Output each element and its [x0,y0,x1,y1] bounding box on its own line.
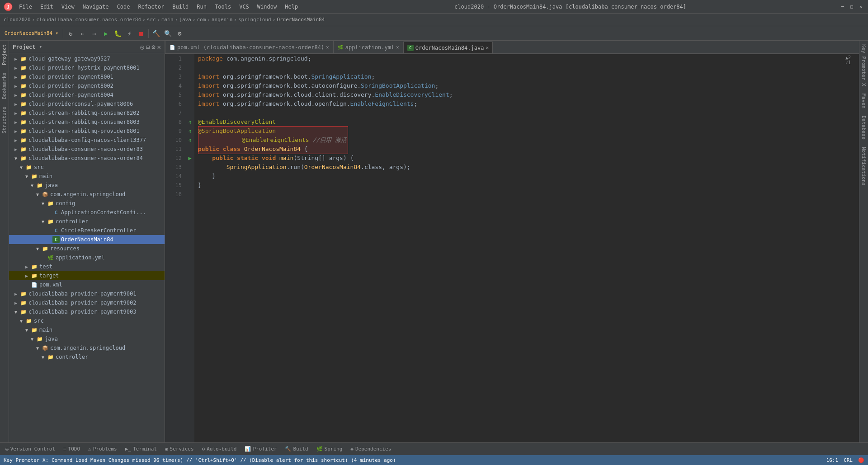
tree-item-payment9001[interactable]: ▶ 📁 cloudalibaba-provider-payment9001 [9,289,165,298]
toolbar-sync[interactable]: ↻ [65,28,76,39]
toolbar-run[interactable]: ▶ [100,28,111,39]
right-tab-notifications[interactable]: Notifications [859,143,868,189]
menu-view[interactable]: View [58,3,78,11]
tree-item-rabbitmq8801[interactable]: ▶ 📁 cloud-stream-rabbitmq-provider8801 [9,127,165,136]
tab-close-pom[interactable]: ✕ [326,44,329,50]
tree-item-payment8004[interactable]: ▶ 📁 cloud-provider-payment8004 [9,90,165,99]
tree-item-resources84[interactable]: ▼ 📁 resources [9,244,165,253]
minimize-button[interactable]: ─ [839,3,846,10]
tree-item-cloud-gateway[interactable]: ▶ 📁 cloud-gateway-gateway9527 [9,54,165,63]
bottom-tab-services[interactable]: ◉ Services [161,445,198,453]
bottom-tab-terminal[interactable]: ▶_ Terminal [122,445,160,453]
tab-close-appyml[interactable]: ✕ [396,44,399,50]
toolbar-back[interactable]: ← [77,28,88,39]
tab-appyml[interactable]: 🌿 application.yml ✕ [333,41,403,53]
breadcrumb-src[interactable]: src [147,17,156,23]
breadcrumb-classname[interactable]: OrderNacosMain84 [277,17,325,23]
bottom-tab-version-control[interactable]: ◎ Version Control [2,445,59,453]
menu-navigate[interactable]: Navigate [79,3,113,11]
gutter-run-9[interactable]: ↯ [189,129,191,134]
panel-icon-close[interactable]: ✕ [157,43,161,51]
tree-item-nacos3377[interactable]: ▶ 📁 cloudalibaba-config-nacos-client3377 [9,136,165,145]
tree-item-order83[interactable]: ▶ 📁 cloudalibaba-consumer-nacos-order83 [9,145,165,154]
breadcrumb-java[interactable]: java [179,17,191,23]
right-tab-keypromoter[interactable]: Key Promoter X [859,41,868,90]
tree-item-java84[interactable]: ▼ 📁 java [9,181,165,190]
gutter-run-12[interactable]: ▶ [188,155,191,161]
toolbar-settings[interactable]: ⚙ [174,28,185,39]
status-encoding[interactable]: CRL [844,457,853,463]
left-tab-structure[interactable]: Structure [0,103,9,137]
bottom-tab-spring[interactable]: 🌿 Spring [313,445,346,453]
breadcrumb-angenin[interactable]: angenin [212,17,232,23]
tree-item-rabbitmq8803[interactable]: ▶ 📁 cloud-stream-rabbitmq-consumer8803 [9,117,165,127]
menu-refactor[interactable]: Refactor [134,3,168,11]
tab-pom[interactable]: 📄 pom.xml (cloudalibaba-consumer-nacos-o… [165,41,333,53]
tree-item-config84[interactable]: ▼ 📁 config [9,199,165,208]
tree-item-payment9003[interactable]: ▼ 📁 cloudalibaba-provider-payment9003 [9,307,165,316]
tree-item-com84[interactable]: ▼ 📦 com.angenin.springcloud [9,190,165,199]
tree-item-appcontextconfig[interactable]: C ApplicationContextConfi... [9,208,165,217]
tree-item-payment8001[interactable]: ▶ 📁 cloud-provider-payment8001 [9,72,165,81]
menu-tools[interactable]: Tools [211,3,235,11]
toolbar-search[interactable]: 🔍 [162,28,173,39]
toolbar-build[interactable]: 🔨 [151,28,161,39]
tree-item-appyml84[interactable]: 🌿 application.yml [9,253,165,262]
breadcrumb-com[interactable]: com [197,17,206,23]
tree-item-pom84[interactable]: 📄 pom.xml [9,280,165,289]
bottom-tab-dependencies[interactable]: ◈ Dependencies [347,445,395,453]
tree-item-payment9002[interactable]: ▶ 📁 cloudalibaba-provider-payment9002 [9,298,165,307]
toolbar-forward[interactable]: → [89,28,99,39]
tree-item-test84[interactable]: ▶ 📁 test [9,262,165,271]
maximize-button[interactable]: □ [848,3,855,10]
left-tab-project[interactable]: Project [0,41,9,69]
tab-close-main84[interactable]: ✕ [486,45,489,51]
panel-icon-locate[interactable]: ◎ [140,43,144,51]
breadcrumb-main[interactable]: main [161,17,174,23]
code-area[interactable]: package com.angenin.springcloud; import … [194,54,845,442]
menu-window[interactable]: Window [254,3,280,11]
menu-run[interactable]: Run [193,3,210,11]
left-tab-bookmarks[interactable]: Bookmarks [0,69,9,103]
status-position[interactable]: 16:1 [826,457,839,463]
breadcrumb-cloud2020[interactable]: cloud2020 [4,17,31,23]
tree-item-main84[interactable]: ▼ 📁 main [9,172,165,181]
menu-file[interactable]: File [15,3,36,11]
bottom-tab-build[interactable]: 🔨 Build [281,445,311,453]
toolbar-debug[interactable]: 🐛 [112,28,123,39]
tab-ordernacosmain84[interactable]: C OrderNacosMain84.java ✕ [403,42,493,54]
bottom-tab-todo[interactable]: ≡ TODO [60,445,84,453]
panel-icon-collapse[interactable]: ⊟ [146,43,150,51]
tree-item-hystrix[interactable]: ▶ 📁 cloud-provider-hystrix-payment8001 [9,63,165,72]
menu-vcs[interactable]: VCS [236,3,253,11]
breadcrumb-springcloud[interactable]: springcloud [238,17,271,23]
tree-item-payment8002[interactable]: ▶ 📁 cloud-provider-payment8002 [9,81,165,90]
right-tab-maven[interactable]: Maven [859,90,868,112]
tree-item-consul8006[interactable]: ▶ 📁 cloud-providerconsul-payment8006 [9,99,165,108]
tree-item-src84[interactable]: ▼ 📁 src [9,163,165,172]
toolbar-stop[interactable]: ■ [136,28,146,39]
tree-item-controller84[interactable]: ▼ 📁 controller [9,217,165,226]
bottom-tab-problems[interactable]: ⚠ Problems [85,445,121,453]
gutter-run-10[interactable]: ↯ [189,138,191,143]
tree-item-circlebreaker[interactable]: C CircleBreakerController [9,226,165,235]
menu-edit[interactable]: Edit [37,3,57,11]
tree-item-target84[interactable]: ▶ 📁 target [9,271,165,280]
tree-item-order84[interactable]: ▼ 📁 cloudalibaba-consumer-nacos-order84 [9,154,165,163]
tree-item-ordernacosmain84[interactable]: C OrderNacosMain84 [9,235,165,244]
tree-item-com9003[interactable]: ▼ 📦 com.angenin.springcloud [9,343,165,352]
tree-item-controller9003[interactable]: ▼ 📁 controller [9,352,165,362]
close-button[interactable]: ✕ [857,3,864,10]
menu-code[interactable]: Code [113,3,134,11]
breadcrumb-module[interactable]: cloudalibaba-consumer-nacos-order84 [36,17,141,23]
bottom-tab-profiler[interactable]: 📊 Profiler [241,445,280,453]
bottom-tab-auto-build[interactable]: ⚙ Auto-build [198,445,241,453]
tree-item-java9003[interactable]: ▼ 📁 java [9,334,165,343]
right-tab-database[interactable]: Database [859,112,868,143]
tree-item-src9003[interactable]: ▼ 📁 src [9,316,165,325]
menu-help[interactable]: Help [281,3,302,11]
menu-build[interactable]: Build [169,3,192,11]
tree-item-rabbitmq8202[interactable]: ▶ 📁 cloud-stream-rabbitmq-consumer8202 [9,108,165,117]
gutter-run-8[interactable]: ↯ [189,120,191,125]
project-panel-dropdown[interactable]: ▾ [39,44,42,50]
